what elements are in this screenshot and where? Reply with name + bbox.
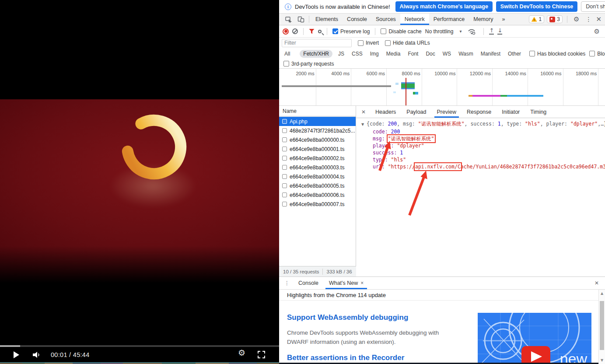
network-conditions-icon[interactable]	[465, 28, 478, 35]
type-ws[interactable]: WS	[441, 50, 453, 58]
json-property[interactable]: msg: "诺讯智能解析系统"	[361, 135, 605, 142]
type-img[interactable]: Img	[368, 50, 381, 58]
type-fetch-xhr[interactable]: Fetch/XHR	[300, 50, 332, 58]
row-checkbox[interactable]	[282, 156, 287, 161]
play-button[interactable]	[14, 351, 19, 358]
type-css[interactable]: CSS	[350, 50, 364, 58]
json-property[interactable]: player: "dplayer"	[361, 142, 605, 149]
filter-icon[interactable]	[309, 29, 315, 34]
request-row[interactable]: e664ce9e8ba000002.ts	[279, 154, 356, 163]
invert-checkbox[interactable]: Invert	[358, 40, 379, 46]
tab-console[interactable]: Console	[343, 14, 371, 25]
drawer-tab-console[interactable]: Console	[293, 277, 324, 289]
request-row[interactable]: e664ce9e8ba000006.ts	[279, 190, 356, 200]
drawer-close-icon[interactable]: ✕	[588, 277, 605, 289]
inspect-element-icon[interactable]	[283, 14, 295, 25]
issues-badge[interactable]: 3	[547, 15, 563, 23]
json-property[interactable]: code: 200	[361, 128, 605, 135]
type-wasm[interactable]: Wasm	[457, 50, 475, 58]
tab-initiator[interactable]: Initiator	[497, 106, 525, 118]
whats-new-content[interactable]: Support WebAssembly debugging Chrome Dev…	[279, 301, 598, 364]
checkbox[interactable]	[385, 40, 391, 46]
checkbox[interactable]	[381, 28, 386, 34]
expand-triangle-icon[interactable]: ▼	[361, 121, 367, 128]
checkbox-checked[interactable]	[332, 28, 338, 34]
dont-show-again-button[interactable]: Don't show again	[581, 1, 605, 12]
network-settings-icon[interactable]: ⚙	[592, 28, 602, 35]
blocked-requests-checkbox[interactable]: Blocked Requests	[589, 51, 605, 57]
whats-new-video-thumbnail[interactable]: new	[478, 313, 591, 364]
tab-memory[interactable]: Memory	[469, 14, 497, 25]
type-font[interactable]: Font	[406, 50, 420, 58]
row-checkbox[interactable]	[282, 192, 287, 197]
type-doc[interactable]: Doc	[424, 50, 437, 58]
tab-performance[interactable]: Performance	[429, 14, 469, 25]
whats-new-heading-2[interactable]: Better assertions in the Recorder	[287, 354, 404, 362]
request-row[interactable]: e664ce9e8ba000007.ts	[279, 200, 356, 209]
match-language-button[interactable]: Always match Chrome's language	[395, 1, 493, 12]
has-blocked-cookies-checkbox[interactable]: Has blocked cookies	[529, 51, 585, 57]
import-har-icon[interactable]: ↑	[489, 28, 494, 35]
tab-payload[interactable]: Payload	[401, 106, 431, 118]
row-checkbox[interactable]	[282, 174, 287, 179]
disable-cache-checkbox[interactable]: Disable cache	[381, 28, 421, 35]
video-player[interactable]: 00:01 / 45:44 ⚙	[0, 0, 279, 364]
type-manifest[interactable]: Manifest	[479, 50, 502, 58]
devtools-close-icon[interactable]: ✕	[596, 15, 602, 23]
third-party-checkbox[interactable]: 3rd-party requests	[283, 61, 334, 67]
request-row[interactable]: Api.php	[279, 117, 356, 126]
scroll-up-icon[interactable]: ▲	[599, 291, 605, 295]
drawer-tab-whats-new[interactable]: What's New ×	[324, 277, 369, 289]
devtools-menu-icon[interactable]: ⋮	[584, 16, 593, 23]
preview-json-tree[interactable]: ▼{code: 200, msg: "诺讯智能解析系统", success: 1…	[356, 118, 605, 170]
device-toolbar-icon[interactable]	[295, 14, 307, 25]
type-other[interactable]: Other	[506, 50, 523, 58]
warning-badge[interactable]: ! 1	[529, 15, 545, 23]
more-tabs-icon[interactable]: »	[497, 14, 509, 25]
checkbox[interactable]	[358, 40, 364, 46]
row-checkbox[interactable]	[282, 165, 287, 170]
drawer-menu-icon[interactable]: ⋮	[279, 277, 293, 289]
tab-timing[interactable]: Timing	[525, 106, 552, 118]
export-har-icon[interactable]: ↓	[497, 28, 502, 35]
scrollbar-thumb[interactable]	[600, 301, 604, 350]
tab-headers[interactable]: Headers	[370, 106, 401, 118]
search-icon[interactable]	[318, 30, 322, 33]
request-row[interactable]: e664ce9e8ba000004.ts	[279, 172, 356, 181]
whats-new-heading-1[interactable]: Support WebAssembly debugging	[287, 313, 408, 322]
hide-data-urls-checkbox[interactable]: Hide data URLs	[385, 40, 430, 46]
tab-network[interactable]: Network	[400, 14, 429, 25]
checkbox[interactable]	[283, 61, 289, 66]
switch-devtools-chinese-button[interactable]: Switch DevTools to Chinese	[496, 1, 577, 12]
scroll-down-icon[interactable]: ▼	[599, 358, 605, 362]
type-js[interactable]: JS	[336, 50, 346, 58]
throttling-select[interactable]: No throttling ▾	[425, 28, 462, 35]
name-column-header[interactable]: Name	[279, 106, 356, 116]
settings-gear-icon[interactable]: ⚙	[572, 15, 581, 23]
tab-elements[interactable]: Elements	[311, 14, 343, 25]
request-row[interactable]: e664ce9e8ba000000.ts	[279, 135, 356, 144]
preserve-log-checkbox[interactable]: Preserve log	[332, 28, 370, 35]
row-checkbox[interactable]	[282, 147, 287, 151]
row-checkbox[interactable]	[282, 137, 287, 142]
json-property[interactable]: type: "hls"	[361, 156, 605, 163]
network-overview-timeline[interactable]: 2000 ms 4000 ms 6000 ms 8000 ms 10000 ms…	[279, 69, 605, 106]
filter-input[interactable]	[282, 39, 352, 47]
request-row[interactable]: 468e28747f3f72861ba2c5...	[279, 126, 356, 135]
json-property[interactable]: success: 1	[361, 149, 605, 156]
clear-icon[interactable]	[292, 28, 298, 34]
checkbox[interactable]	[529, 51, 535, 56]
row-checkbox[interactable]	[282, 183, 287, 188]
details-close-icon[interactable]: ✕	[356, 106, 370, 118]
json-property[interactable]: url: "https://api.nxflv.com/Cache/YunLia…	[361, 163, 605, 170]
request-row[interactable]: e664ce9e8ba000003.ts	[279, 163, 356, 172]
video-settings-icon[interactable]: ⚙	[238, 348, 245, 357]
request-row[interactable]: e664ce9e8ba000001.ts	[279, 144, 356, 154]
json-summary-line[interactable]: ▼{code: 200, msg: "诺讯智能解析系统", success: 1…	[361, 120, 605, 128]
row-checkbox[interactable]	[282, 202, 287, 206]
request-row[interactable]: e664ce9e8ba000005.ts	[279, 181, 356, 190]
type-all[interactable]: All	[283, 50, 292, 58]
record-icon[interactable]	[283, 28, 289, 35]
fullscreen-icon[interactable]	[258, 351, 265, 358]
tab-preview[interactable]: Preview	[432, 106, 462, 118]
